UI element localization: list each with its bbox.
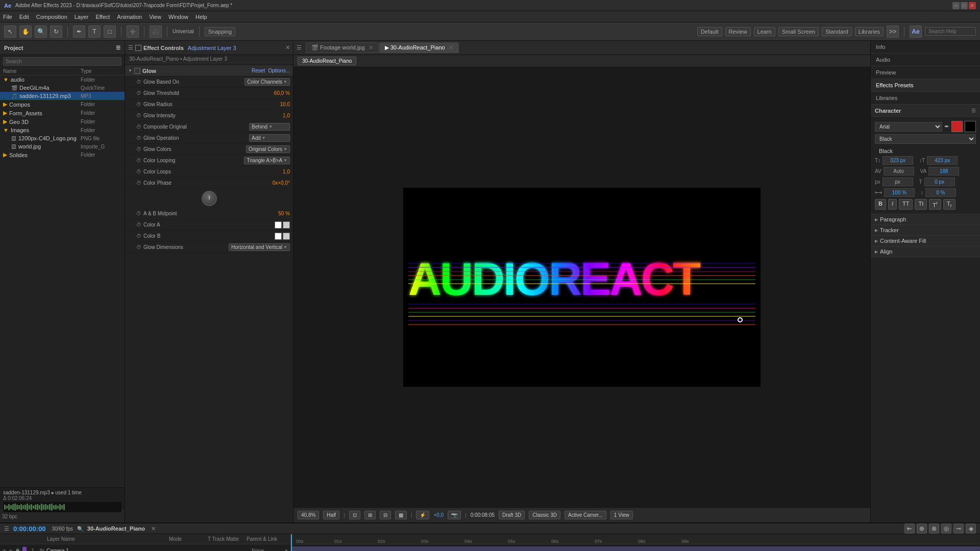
quality-control[interactable]: Half [323, 511, 339, 519]
subscript-button[interactable]: Tr [943, 199, 955, 210]
italic-button[interactable]: I [888, 199, 897, 210]
minimize-button[interactable]: ─ [952, 2, 960, 9]
tool-text[interactable]: T [88, 26, 101, 38]
footage-tab-close[interactable]: ✕ [369, 44, 373, 51]
project-search-input[interactable] [3, 57, 121, 66]
ec-close[interactable]: ✕ [285, 44, 290, 51]
tl-close-icon[interactable]: ✕ [151, 525, 156, 532]
tool-shape[interactable]: □ [104, 26, 116, 38]
camera-btn[interactable]: Active Camer... [565, 511, 606, 519]
timeline-layer-1[interactable]: 👁 ◉ 🔒 1 🎥 Camera 1 None ▼ [0, 544, 290, 551]
options-button[interactable]: Options... [268, 68, 290, 73]
snapping-toggle[interactable]: Snapping [205, 27, 236, 36]
colors-dropdown[interactable]: Original Colors ▼ [246, 145, 290, 153]
stopwatch-icon[interactable]: ⏱ [136, 135, 141, 141]
comp-tab-close[interactable]: ✕ [449, 44, 453, 51]
allcaps-button[interactable]: TT [899, 199, 913, 210]
scale-v-field[interactable]: 0 % [925, 188, 956, 197]
menu-view[interactable]: View [149, 14, 161, 20]
menu-window[interactable]: Window [168, 14, 188, 20]
baseline-field[interactable]: 0 px [924, 178, 955, 186]
tracking-field[interactable]: Auto [884, 167, 914, 176]
tl-search-icon[interactable]: 🔍 [77, 526, 83, 532]
glow-based-on-dropdown[interactable]: Color Channels ▼ [244, 78, 290, 86]
transparency-btn[interactable]: ▦ [395, 511, 407, 519]
workspace-standard[interactable]: Standard [822, 27, 852, 36]
workspace-review[interactable]: Review [725, 27, 751, 36]
close-button[interactable]: ✕ [969, 2, 976, 9]
lock-icon[interactable]: 🔒 [15, 548, 20, 552]
stopwatch-icon[interactable]: ⏱ [136, 180, 141, 186]
tl-ctrl-2[interactable]: ⊕ [917, 523, 927, 534]
view-mode-btn[interactable]: Classic 3D [529, 511, 560, 519]
content-aware-section[interactable]: ▶ Content-Aware Fill [871, 236, 980, 246]
list-item[interactable]: 🖼 1200px-C4D_Logo.png PNG file [0, 134, 125, 142]
stopwatch-icon[interactable]: ⏱ [136, 169, 141, 174]
composite-dropdown[interactable]: Behind ▼ [249, 123, 290, 131]
stopwatch-icon[interactable]: ⏱ [136, 79, 141, 85]
list-item[interactable]: ▶ Compos Folder [0, 100, 125, 109]
stopwatch-icon[interactable]: ⏱ [136, 244, 141, 250]
workspace-more[interactable]: >> [887, 26, 899, 38]
scale-h-field[interactable]: 100 % [884, 188, 915, 197]
snapshot-btn[interactable]: 📷 [448, 511, 461, 519]
align-section[interactable]: ▶ Align [871, 246, 980, 257]
composition-tab[interactable]: ▶ 30-AudioReact_Piano ✕ [379, 42, 459, 53]
menu-layer[interactable]: Layer [75, 14, 89, 20]
color-a-white-swatch[interactable] [275, 221, 282, 229]
tl-ctrl-1[interactable]: ⇤ [904, 523, 915, 534]
project-menu[interactable]: ☰ [116, 45, 120, 51]
stopwatch-icon[interactable]: ⏱ [136, 233, 141, 239]
menu-composition[interactable]: Composition [36, 14, 67, 20]
tab-effects-presets[interactable]: Effects Presets [871, 79, 980, 92]
character-menu[interactable]: ☰ [971, 108, 976, 113]
dimensions-dropdown[interactable]: Horizontal and Vertical ▼ [229, 243, 290, 251]
param-value[interactable]: 10,0 [280, 102, 290, 107]
superscript-button[interactable]: Tr [929, 199, 941, 210]
reset-button[interactable]: Reset [252, 68, 265, 73]
app-icon-btn[interactable]: Ae [910, 26, 922, 38]
tab-libraries[interactable]: Libraries [871, 92, 980, 105]
paragraph-section[interactable]: ▶ Paragraph [871, 214, 980, 225]
tool-puppet[interactable]: ⊹ [127, 26, 139, 38]
list-item[interactable]: ▼ audio Folder [0, 76, 125, 84]
zoom-control[interactable]: 40,8% [298, 511, 319, 519]
font-size-field[interactable]: 323 px [883, 156, 913, 165]
glow-effect-header[interactable]: ▼ Glow Reset Options... [125, 65, 293, 77]
tl-ctrl-3[interactable]: ⊗ [929, 523, 939, 534]
frame-view-btn[interactable]: ⊡ [349, 511, 360, 519]
eye-icon[interactable]: 👁 [2, 548, 7, 552]
list-item[interactable]: 🎬 DeeGiLm4a QuickTime [0, 84, 125, 92]
list-item[interactable]: ▶ Form_Assets Folder [0, 109, 125, 117]
window-controls[interactable]: ─ □ ✕ [952, 2, 976, 9]
text-color-swatch[interactable] [951, 121, 963, 132]
list-item[interactable]: ▶ Geo 3D Folder [0, 117, 125, 126]
comp-panel-icon[interactable]: ☰ [297, 44, 302, 51]
stopwatch-icon[interactable]: ⏱ [136, 222, 141, 228]
list-item[interactable]: ▼ Images Folder [0, 126, 125, 134]
tool-zoom[interactable]: 🔍 [35, 26, 47, 38]
effect-enabled-checkbox[interactable] [134, 68, 140, 74]
fast-preview-btn[interactable]: ⚡ [416, 511, 429, 519]
active-comp-tab[interactable]: 30-AudioReact_Piano [298, 57, 356, 65]
tab-audio[interactable]: Audio [871, 54, 980, 66]
list-item[interactable]: ▶ Solides Folder [0, 151, 125, 159]
param-value[interactable]: 1,0 [283, 113, 290, 118]
stopwatch-icon[interactable]: ⏱ [136, 211, 141, 216]
workspace-libraries[interactable]: Libraries [855, 27, 884, 36]
tl-menu-icon[interactable]: ☰ [4, 525, 9, 532]
tl-ctrl-4[interactable]: ◎ [941, 523, 951, 534]
color-b-white-swatch[interactable] [275, 233, 282, 240]
view-layout-btn[interactable]: 1 View [610, 511, 633, 519]
tab-preview[interactable]: Preview [871, 66, 980, 79]
search-input[interactable] [925, 27, 976, 36]
tool-pen[interactable]: ✒ [73, 26, 85, 38]
playhead[interactable] [291, 534, 292, 551]
tool-camera[interactable]: 🎥 [150, 26, 162, 38]
stopwatch-icon[interactable]: ⏱ [136, 90, 141, 96]
font-family-select[interactable]: Arial [875, 122, 942, 132]
font-height-field[interactable]: 423 px [927, 156, 958, 165]
looping-dropdown[interactable]: Triangle A>B>A ▼ [244, 157, 290, 164]
color-phase-knob[interactable] [202, 191, 217, 206]
color-b-gray-swatch[interactable] [283, 233, 290, 240]
